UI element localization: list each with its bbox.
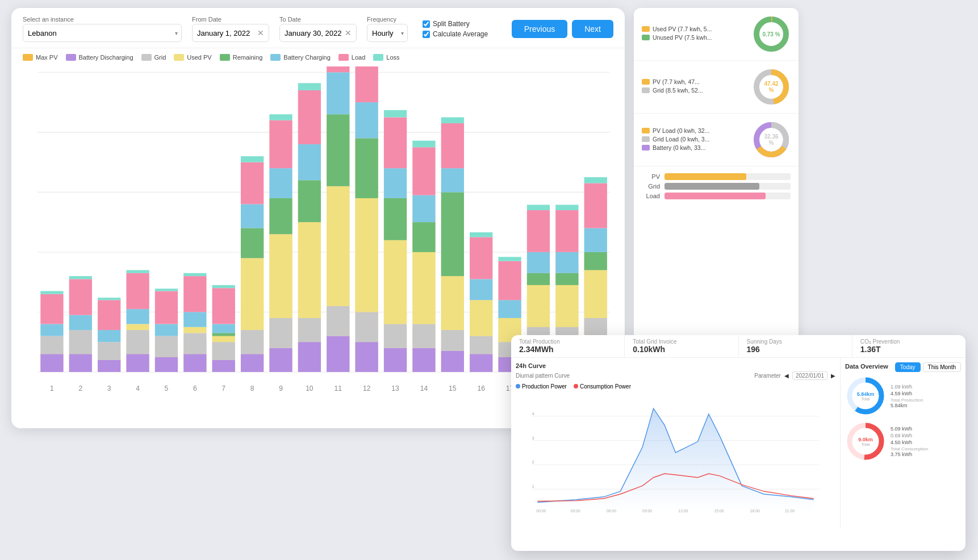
gridload-text: Grid Load (0 kwh, 3... (653, 136, 709, 143)
to-date-control[interactable]: January 30, 2022 ✕ (279, 24, 357, 42)
bar-segment (98, 360, 120, 372)
production-overview: 5.84km Total 1.09 kWh 4.59 kWh Total Pro… (845, 375, 961, 416)
tab-month[interactable]: This Month (923, 362, 961, 372)
curve-chart: 4 3 2 1 00:00 03:00 06:00 (516, 392, 835, 513)
legend-color-max_pv (23, 54, 33, 61)
svg-text:00:00: 00:00 (536, 509, 546, 513)
pvload-color (642, 128, 650, 133)
bar-segment (584, 252, 607, 270)
bar-segment (212, 360, 235, 372)
bar-segment (298, 144, 321, 180)
stats-row: Total Production 2.34MWh Total Grid Invo… (511, 335, 966, 358)
bar-segment (40, 324, 63, 336)
svg-text:14: 14 (420, 385, 428, 392)
split-battery-checkbox[interactable] (423, 20, 430, 28)
from-date-input[interactable]: January 1, 2022 (197, 29, 254, 37)
instance-control: Lebanon (23, 24, 182, 42)
bar-segment (384, 110, 407, 118)
bar-segment (69, 279, 92, 315)
svg-text:9: 9 (279, 385, 283, 392)
frequency-label: Frequency (367, 16, 408, 23)
bar-segment (212, 336, 235, 342)
frequency-select[interactable]: Hourly (372, 29, 403, 37)
to-date-field-group: To Date January 30, 2022 ✕ (279, 16, 357, 42)
battery-color (642, 145, 650, 151)
date-selector[interactable]: 2022/01/01 (792, 371, 827, 380)
next-button[interactable]: Next (572, 20, 613, 38)
bar-segment (412, 222, 435, 252)
bar-segment (498, 261, 521, 300)
bar-segment (241, 156, 264, 162)
bar-segment (327, 306, 349, 336)
consumption-overview: 9.0km Total 5.09 kWh 0.69 kWh 4.50 kWh T… (845, 421, 961, 462)
bar-segment (69, 315, 92, 330)
previous-button[interactable]: Previous (512, 20, 567, 38)
bar-segment (183, 276, 206, 312)
panel-section-1: Used PV (7.7 kwh, 5... Unused PV (7.5 kw… (634, 8, 799, 61)
stat-grid-title: Total Grid Invoice (633, 338, 730, 345)
calculate-average-checkbox[interactable] (423, 31, 430, 38)
load-bar-row: Load (642, 193, 791, 199)
from-date-control[interactable]: January 1, 2022 ✕ (192, 24, 269, 42)
bar-segment (126, 324, 149, 331)
bar-segment (441, 117, 464, 123)
overview-title: Data Overview (845, 363, 888, 370)
bar-segment (241, 258, 264, 330)
curve-section: 24h Curve Diurnal pattern Curve Paramete… (511, 358, 841, 528)
split-battery-row[interactable]: Split Battery (423, 20, 488, 28)
svg-text:6: 6 (193, 385, 197, 392)
load-bar-fill (664, 193, 766, 199)
tab-today[interactable]: Today (895, 362, 921, 372)
legend-label-battery_discharging: Battery Discharging (79, 54, 133, 61)
bar-segment (126, 354, 149, 372)
right-panel: Used PV (7.7 kwh, 5... Unused PV (7.5 kw… (634, 8, 799, 354)
svg-text:7: 7 (221, 385, 225, 392)
checkboxes-panel: Split Battery Calculate Average (423, 20, 488, 38)
pv-label: PV (7.7 kwh, 47... (642, 78, 746, 85)
instance-select[interactable]: Lebanon (28, 29, 66, 37)
instance-field-group: Select an instance Lebanon (23, 16, 182, 42)
to-date-input[interactable]: January 30, 2022 (285, 29, 341, 37)
legend-item-battery_discharging: Battery Discharging (66, 54, 133, 61)
bar-segment (212, 333, 235, 336)
svg-text:3: 3 (107, 385, 111, 392)
unused-pv-color (642, 35, 650, 40)
panel-section-3: PV Load (0 kwh, 32... Grid Load (0 kwh, … (634, 114, 799, 166)
bar-segment (384, 324, 407, 348)
nav-buttons: Previous Next (512, 20, 613, 38)
donut-1: 0.73 % (752, 15, 791, 53)
grid-bar-row: Grid (642, 183, 791, 190)
svg-text:11: 11 (335, 385, 342, 392)
bar-segment (584, 183, 607, 228)
bar-segment (183, 273, 206, 276)
bar-segment (241, 204, 264, 228)
from-date-clear[interactable]: ✕ (257, 29, 264, 37)
to-date-clear[interactable]: ✕ (345, 29, 352, 37)
bar-segment (269, 120, 292, 168)
calculate-average-row[interactable]: Calculate Average (423, 30, 488, 38)
bar-segment (498, 257, 521, 261)
bar-segment (498, 300, 521, 318)
bar-segment (384, 168, 407, 198)
bar-segment (98, 342, 120, 360)
bar-segment (241, 354, 264, 372)
bar-segment (183, 327, 206, 333)
donut-labels-2: PV (7.7 kwh, 47... Grid (8.5 kwh, 52... (642, 78, 746, 95)
bar-segment (269, 114, 292, 120)
legend-item-load: Load (338, 54, 365, 61)
grid-bar-track (664, 183, 791, 190)
donut-2: 47.42 % (752, 68, 791, 106)
bar-segment (441, 168, 464, 192)
legend-item-used_pv: Used PV (174, 54, 211, 61)
bar-segment (327, 114, 349, 186)
bar-segment (356, 312, 378, 342)
used-pv-color (642, 26, 650, 32)
svg-text:18:00: 18:00 (750, 509, 760, 513)
bar-segment (327, 72, 349, 114)
bar-segment (269, 348, 292, 372)
bar-segment (269, 168, 292, 198)
bar-segment (555, 205, 578, 210)
bar-segment (155, 357, 178, 372)
bar-segment (356, 102, 378, 138)
panel-section-2: PV (7.7 kwh, 47... Grid (8.5 kwh, 52... … (634, 61, 799, 114)
